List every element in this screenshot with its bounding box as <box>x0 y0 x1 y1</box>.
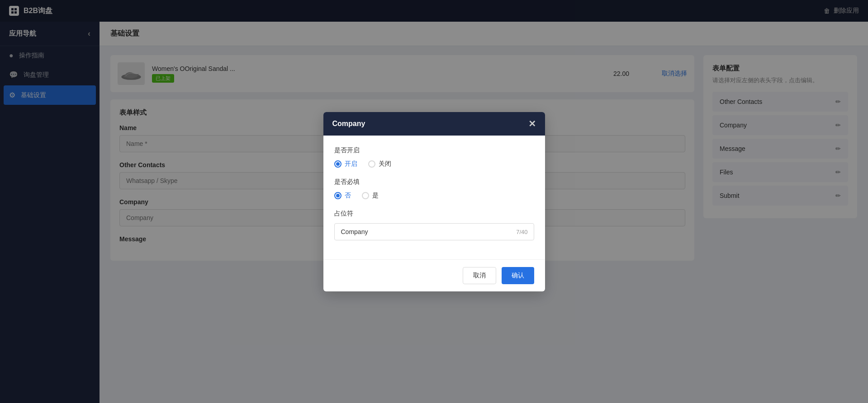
radio-label-on: 开启 <box>345 160 357 168</box>
modal-body: 是否开启 开启 关闭 是否必填 <box>323 136 545 259</box>
radio-circle-on <box>334 160 342 168</box>
modal-title: Company <box>332 120 365 128</box>
placeholder-count: 7/40 <box>516 228 527 235</box>
radio-required-no[interactable]: 否 <box>334 192 351 200</box>
radio-circle-yes <box>362 192 369 199</box>
modal-footer: 取消 确认 <box>323 259 545 291</box>
modal-overlay[interactable]: Company ✕ 是否开启 开启 关闭 <box>0 0 868 403</box>
radio-enabled-on[interactable]: 开启 <box>334 160 357 168</box>
radio-label-no: 否 <box>345 192 351 200</box>
cancel-button[interactable]: 取消 <box>463 267 496 284</box>
required-label: 是否必填 <box>334 178 534 186</box>
radio-label-yes: 是 <box>372 192 379 200</box>
company-modal: Company ✕ 是否开启 开启 关闭 <box>323 112 545 291</box>
modal-header: Company ✕ <box>323 112 545 136</box>
radio-enabled-off[interactable]: 关闭 <box>368 160 391 168</box>
modal-enabled-section: 是否开启 开启 关闭 <box>334 146 534 168</box>
radio-label-off: 关闭 <box>379 160 391 168</box>
radio-circle-off <box>368 160 375 168</box>
confirm-button[interactable]: 确认 <box>502 267 534 284</box>
placeholder-input[interactable] <box>334 223 534 240</box>
enabled-label: 是否开启 <box>334 146 534 155</box>
placeholder-input-wrap: 7/40 <box>334 223 534 240</box>
modal-placeholder-section: 占位符 7/40 <box>334 210 534 240</box>
enabled-radio-group: 开启 关闭 <box>334 160 534 168</box>
modal-close-button[interactable]: ✕ <box>528 119 536 128</box>
radio-required-yes[interactable]: 是 <box>362 192 379 200</box>
required-radio-group: 否 是 <box>334 192 534 200</box>
radio-circle-no <box>334 192 342 199</box>
placeholder-label: 占位符 <box>334 210 534 218</box>
modal-required-section: 是否必填 否 是 <box>334 178 534 200</box>
